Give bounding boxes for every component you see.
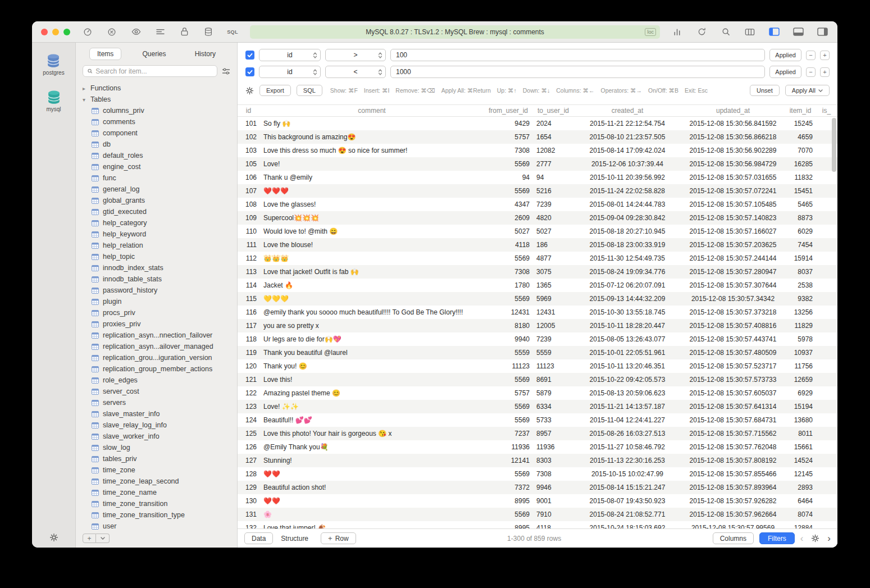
cell-comment[interactable]: Thank you beautiful @laurel [259, 346, 484, 359]
cell-item_id[interactable]: 10937 [785, 346, 816, 359]
minimize-window-button[interactable] [52, 29, 59, 35]
column-header-to_user_id[interactable]: to_user_id [532, 105, 574, 116]
cell-created_at[interactable]: 2015-07-12 06:20:07.091 [574, 279, 681, 292]
cell-id[interactable]: 122 [238, 386, 259, 400]
cell-from_user_id[interactable]: 5757 [484, 386, 532, 400]
cell-comment[interactable]: ❤️❤️ [259, 494, 484, 508]
cell-id[interactable]: 108 [238, 198, 259, 211]
sidebar-table-item[interactable]: servers [76, 397, 237, 408]
cell-to_user_id[interactable]: 5969 [532, 292, 574, 306]
table-row[interactable]: 126@Emily Thank you💐11936119362015-11-27… [238, 440, 837, 454]
sidebar-table-item[interactable]: func [76, 172, 237, 184]
cell-updated_at[interactable]: 2015-12-08 15:30:57.280947 [681, 265, 785, 279]
cell-from_user_id[interactable]: 7308 [484, 144, 532, 157]
cell-updated_at[interactable]: 2015-12-08 15:30:57.203625 [681, 238, 785, 252]
cell-updated_at[interactable]: 2015-12-08 15:30:56.984729 [681, 157, 785, 171]
cell-from_user_id[interactable]: 5559 [484, 346, 532, 359]
sidebar-table-item[interactable]: time_zone_transition [76, 498, 237, 509]
cell-from_user_id[interactable]: 8995 [484, 494, 532, 508]
table-row[interactable]: 118Ur legs are to die for🙌💖994072392015-… [238, 332, 837, 346]
sidebar-table-item[interactable]: role_edges [76, 375, 237, 386]
cell-to_user_id[interactable]: 186 [532, 238, 574, 252]
cell-created_at[interactable]: 2015-08-05 13:26:43.077 [574, 332, 681, 346]
sidebar-table-item[interactable]: replication_asyn...ailover_managed [76, 341, 237, 352]
cell-comment[interactable]: This background is amazing😍 [259, 130, 484, 144]
cell-to_user_id[interactable]: 9946 [532, 481, 574, 494]
cell-updated_at[interactable]: 2015-12-08 15:30:56.902289 [681, 144, 785, 157]
cell-item_id[interactable]: 12884 [785, 521, 816, 528]
cell-from_user_id[interactable]: 94 [484, 171, 532, 184]
cell-updated_at[interactable]: 2015-12-08 15:30:57.962664 [681, 508, 785, 521]
cell-to_user_id[interactable]: 7910 [532, 508, 574, 521]
connection-postgres[interactable]: postgres [43, 53, 64, 76]
cell-comment[interactable]: Love this dress so much 😍 so nice for su… [259, 144, 484, 157]
cell-item_id[interactable]: 15451 [785, 184, 816, 198]
rows-view-icon[interactable] [154, 26, 166, 38]
table-row[interactable]: 111Love the blouse!41181862015-08-18 23:… [238, 238, 837, 252]
cell-comment[interactable]: Supercool💥💥💥 [259, 211, 484, 225]
cell-item_id[interactable]: 14524 [785, 454, 816, 467]
sql-editor-icon[interactable]: SQL [226, 26, 239, 38]
cell-item_id[interactable]: 6929 [785, 386, 816, 400]
cell-updated_at[interactable]: 2015-12-08 15:30:57.408816 [681, 319, 785, 332]
cell-id[interactable]: 110 [238, 225, 259, 238]
cell-to_user_id[interactable]: 5216 [532, 184, 574, 198]
sidebar-table-item[interactable]: proxies_priv [76, 318, 237, 330]
cell-from_user_id[interactable]: 8180 [484, 319, 532, 332]
cell-updated_at[interactable]: 2015-12-08 15:30:57.34342 [681, 292, 785, 306]
sidebar-table-item[interactable]: plugin [76, 296, 237, 307]
cell-updated_at[interactable]: 2015-12-08 15:30:57.762048 [681, 440, 785, 454]
cell-comment[interactable]: 🌸 [259, 508, 484, 521]
close-window-button[interactable] [41, 29, 48, 35]
filter-operator-select[interactable]: > [325, 49, 386, 61]
cell-item_id[interactable]: 2538 [785, 279, 816, 292]
cell-item_id[interactable]: 6464 [785, 494, 816, 508]
column-header-item_id[interactable]: item_id [785, 105, 816, 116]
filters-button[interactable]: Filters [759, 532, 795, 544]
columns-view-icon[interactable] [744, 26, 756, 38]
cell-created_at[interactable]: 2015-09-13 14:44:32.209 [574, 292, 681, 306]
cell-item_id[interactable]: 5465 [785, 198, 816, 211]
add-filter-button[interactable]: + [820, 67, 830, 77]
toggle-left-panel-icon[interactable] [768, 26, 780, 38]
cell-updated_at[interactable]: 2015-12-08 15:30:57.605037 [681, 386, 785, 400]
sidebar-table-item[interactable]: slow_log [76, 442, 237, 453]
cell-created_at[interactable]: 2015-08-18 23:00:33.919 [574, 238, 681, 252]
cell-updated_at[interactable]: 2015-12-08 15:30:57.480509 [681, 346, 785, 359]
cell-from_user_id[interactable]: 2609 [484, 211, 532, 225]
cell-created_at[interactable]: 2015-10-15 10:02:47.99 [574, 467, 681, 481]
cell-to_user_id[interactable]: 2024 [532, 117, 574, 130]
cell-from_user_id[interactable]: 5027 [484, 225, 532, 238]
table-row[interactable]: 120Thank you! 😊11123111232015-10-11 13:2… [238, 359, 837, 373]
table-row[interactable]: 101So fly 🙌942920242015-11-21 22:12:54.7… [238, 117, 837, 130]
cell-comment[interactable]: @Emily Thank you💐 [259, 440, 484, 454]
cell-item_id[interactable]: 8873 [785, 211, 816, 225]
cell-id[interactable]: 130 [238, 494, 259, 508]
cell-created_at[interactable]: 2015-11-13 22:30:16.253 [574, 454, 681, 467]
column-header-is_[interactable]: is_ [816, 105, 837, 116]
cell-updated_at[interactable]: 2015-12-08 15:30:57.443741 [681, 332, 785, 346]
lock-icon[interactable] [178, 26, 190, 38]
table-row[interactable]: 112👑👑👑556948772015-11-30 12:54:49.735201… [238, 252, 837, 265]
cell-item_id[interactable]: 4659 [785, 130, 816, 144]
cell-comment[interactable]: Love this! [259, 373, 484, 386]
cell-to_user_id[interactable]: 5559 [532, 346, 574, 359]
cell-item_id[interactable]: 15661 [785, 440, 816, 454]
table-row[interactable]: 128❤️❤️556973082015-10-15 10:02:47.99201… [238, 467, 837, 481]
cell-id[interactable]: 111 [238, 238, 259, 252]
filter-column-select[interactable]: id [259, 66, 321, 78]
disconnect-icon[interactable] [106, 26, 118, 38]
sidebar-table-item[interactable]: default_roles [76, 150, 237, 161]
cell-from_user_id[interactable]: 7308 [484, 265, 532, 279]
cell-created_at[interactable]: 2015-11-24 22:02:58.828 [574, 184, 681, 198]
cell-to_user_id[interactable]: 7239 [532, 332, 574, 346]
sidebar-table-item[interactable]: slave_relay_log_info [76, 420, 237, 431]
cell-comment[interactable]: Ur legs are to die for🙌💖 [259, 332, 484, 346]
table-settings-icon[interactable] [811, 534, 819, 543]
cell-id[interactable]: 116 [238, 306, 259, 319]
cell-id[interactable]: 124 [238, 413, 259, 427]
cell-from_user_id[interactable]: 12431 [484, 306, 532, 319]
cell-id[interactable]: 128 [238, 467, 259, 481]
sidebar-table-item[interactable]: help_topic [76, 251, 237, 262]
cell-to_user_id[interactable]: 11123 [532, 359, 574, 373]
